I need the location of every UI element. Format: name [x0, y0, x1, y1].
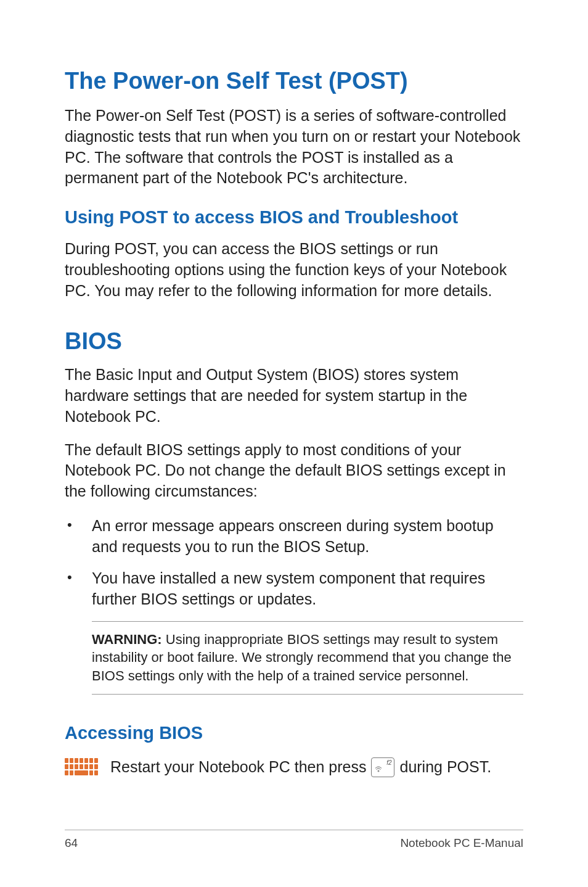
footer-title: Notebook PC E-Manual [400, 836, 523, 850]
subheading-using-post: Using POST to access BIOS and Troublesho… [65, 207, 523, 228]
restart-text-after: during POST. [399, 757, 491, 778]
accessing-bios-row: Restart your Notebook PC then press f2 d… [65, 757, 523, 778]
f2-key-icon: f2 [371, 757, 394, 777]
warning-box: WARNING: Using inappropriate BIOS settin… [92, 621, 523, 695]
paragraph-using-post: During POST, you can access the BIOS set… [65, 239, 523, 301]
keyboard-icon [65, 757, 98, 777]
paragraph-post-intro: The Power-on Self Test (POST) is a serie… [65, 105, 523, 189]
restart-instruction: Restart your Notebook PC then press f2 d… [110, 757, 491, 778]
bios-exceptions-list: An error message appears onscreen during… [65, 516, 523, 610]
paragraph-bios-intro: The Basic Input and Output System (BIOS)… [65, 365, 523, 427]
paragraph-bios-defaults: The default BIOS settings apply to most … [65, 440, 523, 502]
list-item: You have installed a new system componen… [65, 568, 523, 610]
heading-bios: BIOS [65, 328, 523, 355]
f2-label: f2 [386, 759, 391, 767]
warning-label: WARNING: [92, 632, 162, 647]
page-number: 64 [65, 836, 78, 850]
warning-text: WARNING: Using inappropriate BIOS settin… [92, 630, 522, 685]
page-footer: 64 Notebook PC E-Manual [65, 830, 523, 850]
wifi-icon [375, 765, 382, 775]
subheading-accessing-bios: Accessing BIOS [65, 723, 523, 743]
list-item: An error message appears onscreen during… [65, 516, 523, 558]
restart-text-before: Restart your Notebook PC then press [110, 757, 366, 778]
heading-post: The Power-on Self Test (POST) [65, 68, 523, 94]
